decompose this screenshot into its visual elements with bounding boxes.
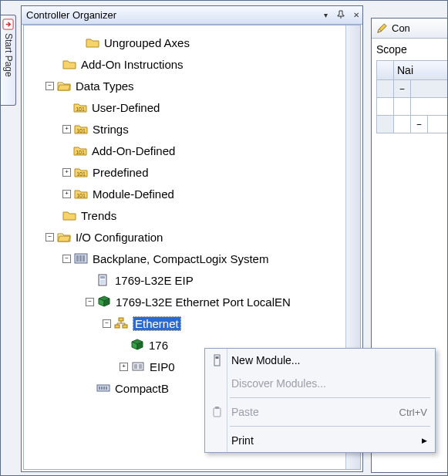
svg-rect-25 [216, 356, 219, 359]
svg-text:101: 101 [76, 128, 86, 133]
module-icon [130, 339, 144, 351]
expand-icon[interactable]: + [62, 125, 71, 133]
menu-label: New Module... [231, 354, 300, 366]
tree-label: Strings [93, 123, 129, 136]
tree-item-trends[interactable]: Trends [30, 204, 360, 226]
svg-rect-26 [214, 408, 221, 417]
table-row[interactable] [376, 98, 448, 116]
tree-label: 1769-L32E EIP [115, 274, 194, 287]
svg-text:101: 101 [76, 150, 85, 155]
panel-title: Controller Organizer [26, 9, 116, 21]
menu-label: Print [231, 434, 254, 447]
tree-item-module-defined[interactable]: + 101 Module-Defined [30, 183, 360, 204]
menu-item-new-module[interactable]: New Module... [205, 349, 435, 372]
close-icon: ✕ [353, 11, 359, 19]
start-page-tab[interactable]: Start Page [1, 15, 16, 106]
svg-rect-22 [103, 387, 105, 390]
collapse-icon[interactable]: − [45, 233, 54, 241]
table-row[interactable]: − [376, 80, 448, 98]
svg-rect-7 [76, 255, 79, 262]
svg-rect-15 [123, 325, 127, 328]
tree-label: I/O Configuration [76, 231, 163, 244]
svg-rect-12 [100, 280, 105, 284]
collapse-icon[interactable]: − [62, 255, 71, 263]
tree-label: Predefined [93, 166, 149, 179]
folder-open-icon [57, 231, 71, 243]
folder-icon [62, 58, 76, 70]
menu-item-print[interactable]: Print ▶ [205, 429, 435, 452]
svg-rect-21 [101, 387, 103, 390]
folder-icon [86, 36, 99, 49]
expand-icon[interactable]: + [62, 190, 71, 198]
tree-label: CompactB [115, 382, 169, 395]
tree-item-predefined[interactable]: + 101 Predefined [30, 161, 360, 183]
panel-close-button[interactable]: ✕ [350, 9, 362, 22]
dropdown-icon: ▾ [324, 11, 328, 19]
svg-text:101: 101 [76, 106, 85, 112]
tree-item-ethernet-port[interactable]: − 1769-L32E Ethernet Port LocalEN [30, 291, 360, 312]
right-panel-tab-label: Con [392, 22, 410, 34]
svg-rect-17 [134, 364, 137, 369]
collapse-icon[interactable]: − [86, 298, 94, 306]
collapse-icon[interactable]: − [411, 116, 428, 133]
tree-item-ethernet[interactable]: − Ethernet [30, 312, 360, 334]
tree-item-data-types[interactable]: − Data Types [30, 75, 360, 96]
tree-item-addon-instructions[interactable]: Add-On Instructions [30, 53, 360, 75]
datatype-icon: 101 [74, 187, 88, 200]
tree-label: Module-Defined [93, 187, 174, 201]
new-module-icon [211, 354, 224, 366]
collapse-icon[interactable]: − [394, 80, 411, 97]
pin-icon [337, 10, 345, 21]
collapse-icon[interactable]: − [45, 82, 54, 90]
grid-header: Nai [376, 60, 448, 80]
datatype-icon: 101 [74, 166, 88, 178]
menu-separator [230, 426, 430, 427]
tree-item-addon-defined[interactable]: 101 Add-On-Defined [30, 140, 360, 161]
expand-icon[interactable]: + [62, 168, 71, 177]
tree-label: User-Defined [92, 101, 160, 114]
right-panel-tab[interactable]: Con [372, 19, 448, 39]
backplane-icon [74, 252, 88, 265]
tree-item-strings[interactable]: + 101 Strings [30, 118, 360, 140]
svg-rect-18 [139, 364, 142, 369]
svg-text:101: 101 [76, 193, 86, 198]
pencil-icon [376, 22, 388, 34]
tree: Ungrouped Axes Add-On Instructions − Dat… [24, 25, 360, 399]
panel-menu-button[interactable]: ▾ [319, 9, 332, 22]
controller-icon [96, 274, 110, 286]
folder-open-icon [57, 79, 71, 92]
tree-item-backplane[interactable]: − Backplane, CompactLogix System [30, 248, 360, 269]
expand-icon[interactable]: + [120, 363, 128, 371]
tree-label: Backplane, CompactLogix System [93, 252, 268, 265]
tree-item-io-config[interactable]: − I/O Configuration [30, 226, 360, 248]
scrollbar-thumb[interactable] [348, 56, 359, 211]
tree-label: EIP0 [150, 360, 175, 373]
tree-label: 1769-L32E Ethernet Port LocalEN [116, 295, 291, 309]
tree-label: Add-On-Defined [92, 144, 175, 157]
panel-titlebar[interactable]: Controller Organizer ▾ ✕ [22, 6, 362, 25]
tree-label: Trends [81, 209, 116, 222]
tree-label: Ungrouped Axes [104, 36, 190, 49]
start-page-icon [2, 19, 14, 30]
context-menu: New Module... Discover Modules... Paste … [204, 348, 436, 453]
paste-icon [211, 406, 224, 418]
svg-rect-8 [79, 255, 82, 262]
svg-rect-23 [106, 387, 107, 390]
grid-col-name: Nai [397, 64, 413, 76]
bus-icon [96, 382, 110, 394]
svg-rect-9 [83, 255, 85, 262]
menu-label: Discover Modules... [231, 377, 326, 390]
module-icon [97, 295, 111, 308]
datatype-icon: 101 [73, 101, 87, 113]
menu-item-paste: Paste Ctrl+V [205, 400, 435, 424]
svg-text:101: 101 [76, 171, 86, 177]
panel-pin-button[interactable] [335, 9, 347, 22]
tree-item-user-defined[interactable]: 101 User-Defined [30, 96, 360, 118]
start-page-label: Start Page [3, 33, 14, 77]
svg-rect-27 [215, 407, 219, 409]
tree-item-cpu[interactable]: 1769-L32E EIP [30, 269, 360, 291]
table-row[interactable]: − [376, 116, 448, 133]
collapse-icon[interactable]: − [103, 319, 111, 328]
tree-label: 176 [149, 339, 168, 352]
tree-item-ungrouped-axes[interactable]: Ungrouped Axes [30, 32, 360, 53]
